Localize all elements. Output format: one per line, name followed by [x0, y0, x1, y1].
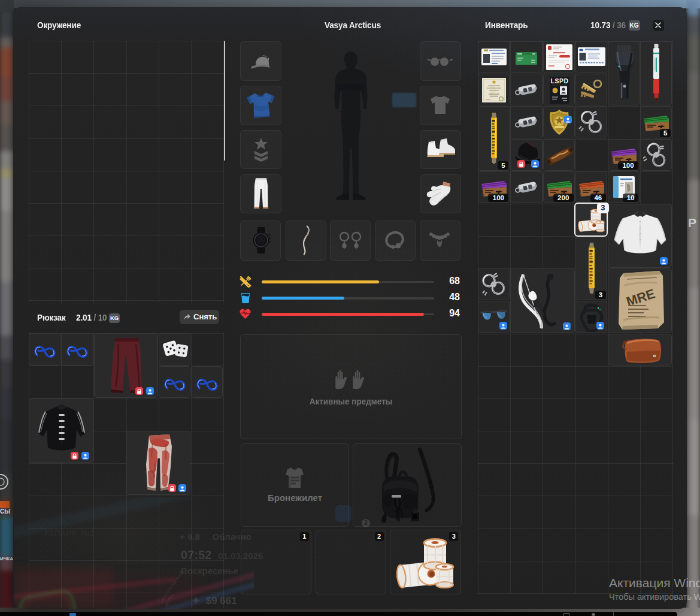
svg-text:LSPD: LSPD: [550, 77, 568, 84]
